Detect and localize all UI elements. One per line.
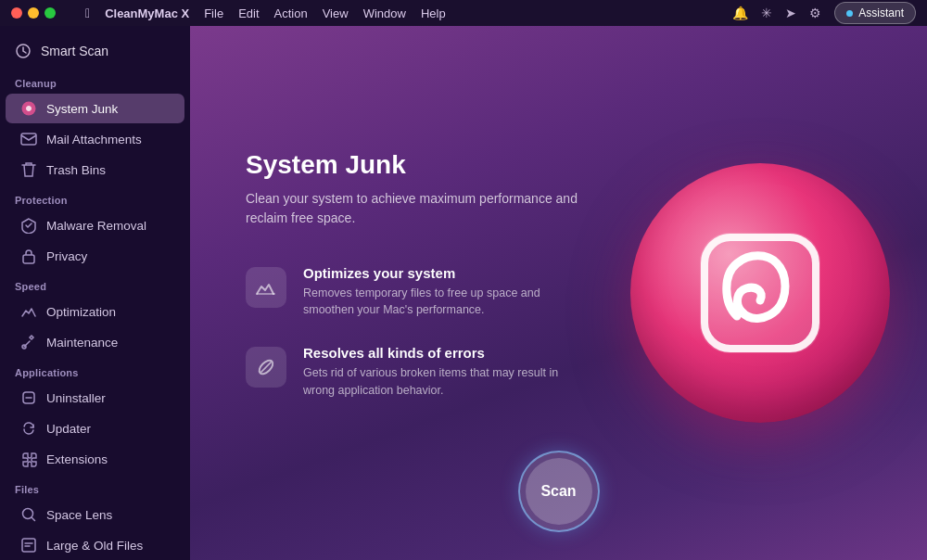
assistant-label: Assistant bbox=[858, 6, 904, 19]
extensions-label: Extensions bbox=[46, 452, 108, 466]
sidebar-item-privacy[interactable]: Privacy bbox=[6, 241, 184, 271]
malware-icon bbox=[20, 217, 37, 234]
mail-icon bbox=[20, 131, 37, 147]
sidebar-item-mail-attachments[interactable]: Mail Attachments bbox=[6, 124, 184, 154]
mail-attachments-label: Mail Attachments bbox=[46, 133, 142, 146]
sidebar-item-space-lens[interactable]: Space Lens bbox=[6, 500, 184, 529]
sidebar-item-updater[interactable]: Updater bbox=[6, 414, 184, 443]
settings-icon[interactable]: ⚙ bbox=[809, 6, 821, 20]
section-files: Files bbox=[0, 475, 190, 499]
large-old-files-label: Large & Old Files bbox=[46, 539, 143, 553]
optimization-icon bbox=[20, 303, 37, 320]
sidebar-item-maintenance[interactable]: Maintenance bbox=[6, 327, 184, 357]
menu-view[interactable]: View bbox=[323, 6, 349, 20]
cmm-logo bbox=[677, 210, 844, 376]
updater-label: Updater bbox=[46, 422, 91, 436]
menu-action[interactable]: Action bbox=[274, 6, 308, 20]
menu-window[interactable]: Window bbox=[363, 6, 406, 20]
scan-button-wrap: Scan bbox=[518, 451, 600, 532]
sidebar-item-large-old-files[interactable]: Large & Old Files bbox=[6, 530, 184, 560]
assistant-dot bbox=[846, 10, 853, 17]
notification-icon[interactable]: 🔔 bbox=[732, 6, 748, 20]
close-button[interactable] bbox=[11, 7, 22, 19]
errors-desc: Gets rid of various broken items that ma… bbox=[303, 364, 581, 400]
chart-icon bbox=[254, 275, 278, 299]
svg-rect-2 bbox=[21, 134, 36, 145]
section-cleanup: Cleanup bbox=[0, 69, 190, 93]
errors-text: Resolves all kinds of errors Gets rid of… bbox=[303, 345, 581, 400]
sidebar-item-extensions[interactable]: Extensions bbox=[6, 444, 184, 474]
scan-button-label: Scan bbox=[540, 483, 576, 500]
titlebar-right: 🔔 ✳ ➤ ⚙ Assistant bbox=[732, 2, 916, 24]
content-area: System Junk Clean your system to achieve… bbox=[190, 26, 927, 560]
extensions-icon bbox=[20, 451, 37, 467]
sidebar-item-trash-bins[interactable]: Trash Bins bbox=[6, 155, 184, 185]
minimize-button[interactable] bbox=[28, 7, 39, 19]
space-lens-label: Space Lens bbox=[46, 508, 112, 522]
maximize-button[interactable] bbox=[44, 7, 56, 19]
optimizes-text: Optimizes your system Removes temporary … bbox=[303, 265, 581, 320]
menu-edit[interactable]: Edit bbox=[238, 6, 259, 20]
smart-scan-label: Smart Scan bbox=[41, 44, 108, 58]
snowflake-icon[interactable]: ✳ bbox=[761, 6, 772, 20]
optimization-label: Optimization bbox=[46, 305, 116, 319]
traffic-lights bbox=[11, 7, 56, 19]
svg-rect-7 bbox=[22, 539, 35, 552]
maintenance-icon bbox=[20, 334, 37, 350]
optimizes-desc: Removes temporary files to free up space… bbox=[303, 285, 581, 320]
space-lens-icon bbox=[20, 506, 37, 523]
optimizes-icon-wrap bbox=[246, 267, 286, 308]
trash-icon bbox=[20, 161, 37, 178]
app-name: CleanMyMac X bbox=[105, 6, 189, 20]
titlebar-menu:  CleanMyMac X File Edit Action View Win… bbox=[85, 6, 446, 20]
apple-icon:  bbox=[85, 6, 90, 20]
system-junk-label: System Junk bbox=[46, 102, 118, 116]
titlebar:  CleanMyMac X File Edit Action View Win… bbox=[0, 0, 927, 26]
smart-scan-icon bbox=[15, 43, 32, 59]
errors-icon-wrap bbox=[246, 347, 286, 388]
menu-help[interactable]: Help bbox=[421, 6, 446, 20]
section-speed: Speed bbox=[0, 272, 190, 296]
sidebar: Smart Scan Cleanup System Junk Mail Atta… bbox=[0, 26, 190, 560]
svg-rect-9 bbox=[257, 293, 275, 295]
hero-image bbox=[630, 163, 890, 423]
sidebar-item-uninstaller[interactable]: Uninstaller bbox=[6, 383, 184, 413]
section-applications: Applications bbox=[0, 358, 190, 382]
optimizes-title: Optimizes your system bbox=[303, 265, 581, 281]
sidebar-item-smart-scan[interactable]: Smart Scan bbox=[0, 33, 190, 69]
titlebar-left:  CleanMyMac X File Edit Action View Win… bbox=[11, 6, 446, 20]
trash-bins-label: Trash Bins bbox=[46, 163, 106, 177]
sidebar-item-optimization[interactable]: Optimization bbox=[6, 297, 184, 326]
uninstaller-label: Uninstaller bbox=[46, 391, 106, 405]
large-files-icon bbox=[20, 537, 37, 554]
svg-point-6 bbox=[23, 509, 33, 519]
updater-icon bbox=[20, 420, 37, 437]
privacy-label: Privacy bbox=[46, 249, 87, 263]
menu-file[interactable]: File bbox=[204, 6, 223, 20]
main-layout: Smart Scan Cleanup System Junk Mail Atta… bbox=[0, 26, 927, 560]
malware-removal-label: Malware Removal bbox=[46, 219, 146, 233]
privacy-icon bbox=[20, 248, 37, 264]
pill-icon bbox=[254, 355, 278, 379]
scan-button-inner: Scan bbox=[526, 458, 592, 525]
sidebar-item-system-junk[interactable]: System Junk bbox=[6, 94, 184, 123]
section-protection: Protection bbox=[0, 185, 190, 210]
system-junk-icon bbox=[20, 100, 37, 117]
uninstaller-icon bbox=[20, 389, 37, 406]
arrow-icon[interactable]: ➤ bbox=[785, 6, 796, 20]
maintenance-label: Maintenance bbox=[46, 336, 118, 350]
sidebar-item-malware-removal[interactable]: Malware Removal bbox=[6, 210, 184, 240]
scan-button[interactable]: Scan bbox=[518, 451, 600, 532]
page-subtitle: Clean your system to achieve maximum per… bbox=[246, 189, 579, 228]
errors-title: Resolves all kinds of errors bbox=[303, 345, 581, 361]
hero-sphere bbox=[630, 163, 890, 423]
svg-rect-3 bbox=[23, 255, 34, 263]
assistant-button[interactable]: Assistant bbox=[834, 2, 916, 24]
